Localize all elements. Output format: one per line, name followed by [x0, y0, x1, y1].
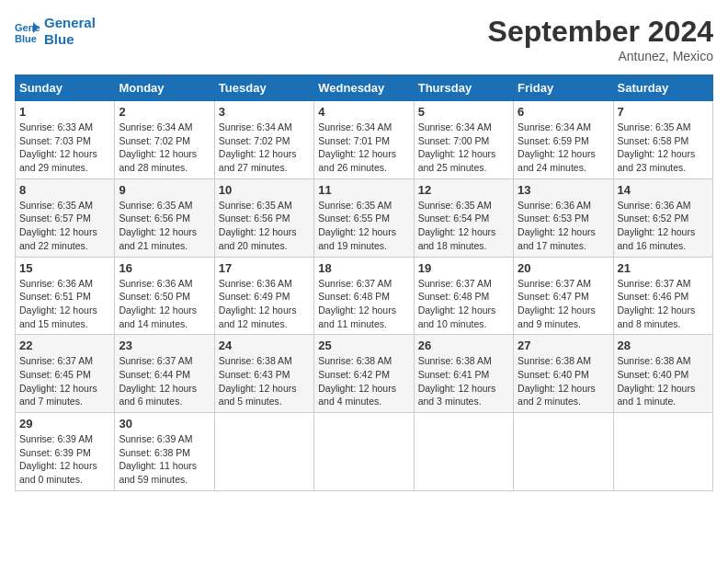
table-row: 8Sunrise: 6:35 AMSunset: 6:57 PMDaylight… [16, 178, 115, 257]
table-row: 3Sunrise: 6:34 AMSunset: 7:02 PMDaylight… [214, 101, 313, 179]
calendar-week-1: 1Sunrise: 6:33 AMSunset: 7:03 PMDaylight… [16, 101, 713, 179]
day-info: Sunrise: 6:38 AMSunset: 6:41 PMDaylight:… [418, 354, 509, 408]
table-row: 22Sunrise: 6:37 AMSunset: 6:45 PMDayligh… [16, 335, 115, 413]
calendar-header-row: Sunday Monday Tuesday Wednesday Thursday… [16, 75, 713, 101]
logo-icon: General Blue [15, 18, 40, 44]
day-info: Sunrise: 6:37 AMSunset: 6:48 PMDaylight:… [318, 277, 409, 331]
table-row: 20Sunrise: 6:37 AMSunset: 6:47 PMDayligh… [514, 257, 613, 335]
table-row: 16Sunrise: 6:36 AMSunset: 6:50 PMDayligh… [115, 257, 214, 335]
logo-text-blue: Blue [44, 31, 96, 48]
col-sunday: Sunday [16, 75, 115, 101]
table-row: 5Sunrise: 6:34 AMSunset: 7:00 PMDaylight… [414, 101, 513, 179]
table-row: 1Sunrise: 6:33 AMSunset: 7:03 PMDaylight… [16, 101, 115, 179]
day-info: Sunrise: 6:33 AMSunset: 7:03 PMDaylight:… [19, 121, 110, 175]
table-row: 6Sunrise: 6:34 AMSunset: 6:59 PMDaylight… [514, 101, 613, 179]
day-number: 15 [19, 261, 110, 275]
day-info: Sunrise: 6:34 AMSunset: 7:00 PMDaylight:… [418, 121, 509, 175]
table-row: 13Sunrise: 6:36 AMSunset: 6:53 PMDayligh… [514, 178, 613, 257]
day-info: Sunrise: 6:35 AMSunset: 6:54 PMDaylight:… [418, 199, 509, 253]
svg-text:Blue: Blue [15, 33, 37, 44]
day-info: Sunrise: 6:36 AMSunset: 6:51 PMDaylight:… [19, 277, 110, 331]
day-number: 16 [119, 261, 210, 275]
day-number: 17 [219, 261, 310, 275]
month-title: September 2024 [488, 15, 713, 49]
day-number: 11 [318, 183, 409, 197]
table-row: 9Sunrise: 6:35 AMSunset: 6:56 PMDaylight… [115, 178, 214, 257]
day-number: 10 [219, 183, 310, 197]
day-info: Sunrise: 6:37 AMSunset: 6:46 PMDaylight:… [618, 277, 709, 331]
table-row: 24Sunrise: 6:38 AMSunset: 6:43 PMDayligh… [214, 335, 313, 413]
table-row: 19Sunrise: 6:37 AMSunset: 6:48 PMDayligh… [414, 257, 513, 335]
table-row: 21Sunrise: 6:37 AMSunset: 6:46 PMDayligh… [613, 257, 712, 335]
col-friday: Friday [514, 75, 613, 101]
day-info: Sunrise: 6:38 AMSunset: 6:42 PMDaylight:… [318, 354, 409, 408]
day-number: 24 [219, 339, 310, 352]
table-row: 28Sunrise: 6:38 AMSunset: 6:40 PMDayligh… [613, 335, 712, 413]
day-info: Sunrise: 6:36 AMSunset: 6:52 PMDaylight:… [618, 199, 709, 253]
day-number: 22 [19, 339, 110, 352]
calendar-week-3: 15Sunrise: 6:36 AMSunset: 6:51 PMDayligh… [16, 257, 713, 335]
calendar-week-4: 22Sunrise: 6:37 AMSunset: 6:45 PMDayligh… [16, 335, 713, 413]
day-info: Sunrise: 6:35 AMSunset: 6:57 PMDaylight:… [19, 199, 110, 253]
day-number: 28 [618, 339, 709, 352]
day-info: Sunrise: 6:34 AMSunset: 6:59 PMDaylight:… [518, 121, 609, 175]
day-number: 21 [618, 261, 709, 275]
day-number: 25 [318, 339, 409, 352]
logo: General Blue General Blue [15, 15, 96, 48]
day-number: 3 [219, 105, 310, 119]
day-number: 9 [119, 183, 210, 197]
table-row: 23Sunrise: 6:37 AMSunset: 6:44 PMDayligh… [115, 335, 214, 413]
day-number: 1 [19, 105, 110, 119]
col-monday: Monday [115, 75, 214, 101]
day-info: Sunrise: 6:35 AMSunset: 6:56 PMDaylight:… [219, 199, 310, 253]
day-info: Sunrise: 6:34 AMSunset: 7:01 PMDaylight:… [318, 121, 409, 175]
day-number: 20 [518, 261, 609, 275]
day-number: 18 [318, 261, 409, 275]
calendar-week-2: 8Sunrise: 6:35 AMSunset: 6:57 PMDaylight… [16, 178, 713, 257]
table-row: 30Sunrise: 6:39 AMSunset: 6:38 PMDayligh… [115, 413, 214, 491]
day-info: Sunrise: 6:37 AMSunset: 6:44 PMDaylight:… [119, 354, 210, 408]
table-row [613, 413, 712, 491]
table-row: 18Sunrise: 6:37 AMSunset: 6:48 PMDayligh… [314, 257, 414, 335]
day-info: Sunrise: 6:37 AMSunset: 6:47 PMDaylight:… [518, 277, 609, 331]
day-number: 4 [318, 105, 409, 119]
table-row: 10Sunrise: 6:35 AMSunset: 6:56 PMDayligh… [214, 178, 313, 257]
day-number: 23 [119, 339, 210, 352]
col-saturday: Saturday [613, 75, 712, 101]
calendar-table: Sunday Monday Tuesday Wednesday Thursday… [15, 75, 713, 491]
day-info: Sunrise: 6:36 AMSunset: 6:53 PMDaylight:… [518, 199, 609, 253]
table-row: 7Sunrise: 6:35 AMSunset: 6:58 PMDaylight… [613, 101, 712, 179]
table-row: 25Sunrise: 6:38 AMSunset: 6:42 PMDayligh… [314, 335, 414, 413]
table-row [514, 413, 613, 491]
table-row: 15Sunrise: 6:36 AMSunset: 6:51 PMDayligh… [16, 257, 115, 335]
table-row: 29Sunrise: 6:39 AMSunset: 6:39 PMDayligh… [16, 413, 115, 491]
table-row: 27Sunrise: 6:38 AMSunset: 6:40 PMDayligh… [514, 335, 613, 413]
day-number: 19 [418, 261, 509, 275]
day-number: 5 [418, 105, 509, 119]
table-row: 17Sunrise: 6:36 AMSunset: 6:49 PMDayligh… [214, 257, 313, 335]
day-number: 29 [19, 417, 110, 431]
table-row: 11Sunrise: 6:35 AMSunset: 6:55 PMDayligh… [314, 178, 414, 257]
day-number: 8 [19, 183, 110, 197]
table-row: 2Sunrise: 6:34 AMSunset: 7:02 PMDaylight… [115, 101, 214, 179]
col-wednesday: Wednesday [314, 75, 414, 101]
day-info: Sunrise: 6:35 AMSunset: 6:55 PMDaylight:… [318, 199, 409, 253]
day-info: Sunrise: 6:38 AMSunset: 6:40 PMDaylight:… [518, 354, 609, 408]
day-number: 13 [518, 183, 609, 197]
day-info: Sunrise: 6:38 AMSunset: 6:43 PMDaylight:… [219, 354, 310, 408]
day-info: Sunrise: 6:38 AMSunset: 6:40 PMDaylight:… [618, 354, 709, 408]
day-info: Sunrise: 6:36 AMSunset: 6:49 PMDaylight:… [219, 277, 310, 331]
title-section: September 2024 Antunez, Mexico [488, 15, 713, 63]
day-number: 27 [518, 339, 609, 352]
table-row: 14Sunrise: 6:36 AMSunset: 6:52 PMDayligh… [613, 178, 712, 257]
day-info: Sunrise: 6:35 AMSunset: 6:58 PMDaylight:… [618, 121, 709, 175]
table-row [314, 413, 414, 491]
calendar-week-5: 29Sunrise: 6:39 AMSunset: 6:39 PMDayligh… [16, 413, 713, 491]
table-row: 4Sunrise: 6:34 AMSunset: 7:01 PMDaylight… [314, 101, 414, 179]
day-info: Sunrise: 6:34 AMSunset: 7:02 PMDaylight:… [219, 121, 310, 175]
logo-text-general: General [44, 15, 96, 30]
page-header: General Blue General Blue September 2024… [15, 15, 713, 63]
day-info: Sunrise: 6:39 AMSunset: 6:38 PMDaylight:… [119, 432, 210, 487]
day-info: Sunrise: 6:36 AMSunset: 6:50 PMDaylight:… [119, 277, 210, 331]
table-row: 12Sunrise: 6:35 AMSunset: 6:54 PMDayligh… [414, 178, 513, 257]
